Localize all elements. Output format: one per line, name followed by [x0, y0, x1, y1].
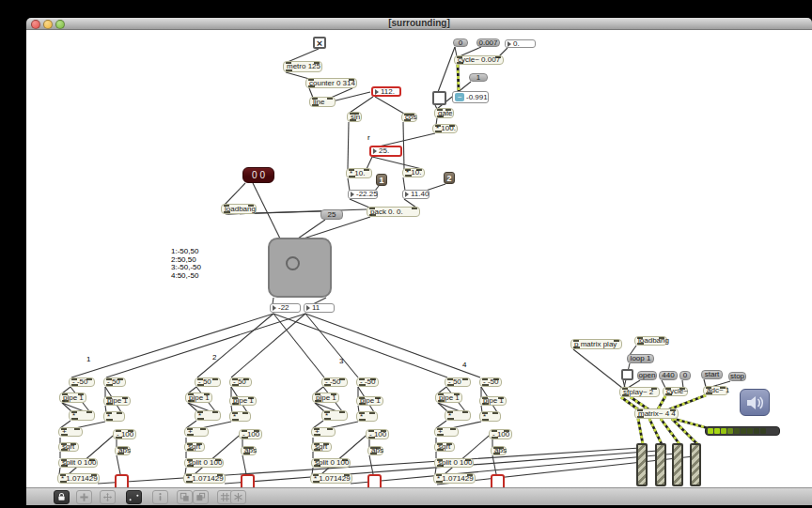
p-matrix-play[interactable]: p matrix play	[570, 339, 622, 349]
g3-split[interactable]: split 0 100	[311, 458, 351, 468]
g3-pipeL[interactable]: pipe 1	[312, 393, 339, 403]
g4-mulL[interactable]: *	[445, 410, 471, 421]
g4-mul2[interactable]: * 1.071429	[433, 473, 476, 484]
patcher-canvas[interactable]	[26, 30, 812, 487]
xy-pad-knob[interactable]	[286, 256, 300, 270]
metro[interactable]: metro 125	[283, 61, 322, 72]
g1-mul2[interactable]: * 1.071429	[57, 473, 100, 484]
msg-1[interactable]: 1	[469, 73, 488, 82]
g2-pipeL[interactable]: pipe 1	[185, 393, 212, 403]
msg-00[interactable]: 0 0	[242, 167, 274, 183]
options-button[interactable]	[230, 490, 246, 504]
g3-mulL[interactable]: *	[321, 410, 348, 421]
g2-minus100[interactable]: - 100	[239, 429, 262, 439]
msg-loop1[interactable]: loop 1	[627, 354, 654, 363]
g4-pipeL[interactable]: pipe 1	[435, 393, 462, 403]
gain-4[interactable]	[690, 443, 701, 486]
g3-subA[interactable]: - -50	[321, 377, 348, 387]
copy-button[interactable]	[177, 490, 193, 504]
msg-0b[interactable]: 0	[679, 371, 691, 380]
g1-abs[interactable]: abs	[115, 446, 131, 455]
g1-mulL[interactable]: *	[69, 410, 95, 421]
g3-pipeR[interactable]: pipe 1	[356, 396, 383, 406]
lock-button[interactable]	[54, 490, 70, 504]
gain-1[interactable]	[636, 443, 648, 486]
info-button[interactable]	[152, 490, 168, 504]
msg-start[interactable]: start	[701, 370, 723, 379]
msg-0[interactable]: 0	[453, 38, 468, 47]
g1-split[interactable]: split 0 100	[58, 458, 98, 468]
g1-sqrt[interactable]: sqrt	[58, 442, 79, 452]
g4-sqrt[interactable]: sqrt	[434, 442, 455, 452]
g2-mulR[interactable]: *	[229, 411, 251, 422]
duplicate-button[interactable]	[193, 490, 209, 504]
toggle-gate[interactable]	[432, 91, 446, 105]
toggle-right[interactable]	[621, 369, 633, 380]
g2-plus[interactable]: +	[184, 427, 209, 437]
loadbang-left[interactable]: loadbang	[221, 204, 257, 214]
counter[interactable]: counter 0 314	[305, 78, 357, 88]
cos[interactable]: cos	[401, 113, 417, 122]
g4-minus100[interactable]: - 100	[489, 429, 512, 439]
gain-3[interactable]	[672, 443, 683, 486]
g2-abs[interactable]: abs	[241, 446, 257, 455]
flonum-0[interactable]: 0.	[505, 39, 536, 48]
g2-pipeR[interactable]: pipe 1	[229, 396, 257, 406]
g4-mulR[interactable]: *	[479, 411, 501, 422]
xy-pad[interactable]	[268, 238, 332, 298]
num-1140[interactable]: 11.40	[402, 190, 429, 199]
g2-mul2[interactable]: * 1.071429	[183, 473, 226, 484]
toggle-main[interactable]: ×	[313, 37, 326, 49]
g3-minus100[interactable]: - 100	[366, 429, 389, 439]
btn-2[interactable]: 2	[444, 172, 455, 184]
cycle2[interactable]: cycle~	[663, 387, 688, 396]
g1-plus[interactable]: +	[58, 427, 83, 437]
window-title-bar[interactable]: [surrounding]	[26, 18, 812, 30]
msg-440[interactable]: 440	[659, 371, 678, 380]
gain-2[interactable]	[655, 443, 666, 486]
num-112[interactable]: 112.	[371, 86, 401, 97]
btn-1[interactable]: 1	[376, 174, 387, 186]
g2-mulL[interactable]: *	[195, 410, 221, 421]
cycle-0007[interactable]: cycle~ 0.007	[454, 55, 504, 65]
g4-plus[interactable]: +	[434, 427, 459, 437]
g2-subA[interactable]: - 50	[195, 377, 221, 387]
g4-pipeR[interactable]: pipe 1	[479, 396, 507, 406]
msg-open[interactable]: open	[637, 371, 657, 380]
g3-subB[interactable]: - -50	[356, 377, 379, 387]
ezdac[interactable]	[740, 389, 770, 416]
sin[interactable]: sin	[347, 112, 362, 122]
g3-mulR[interactable]: *	[356, 411, 378, 422]
g1-pipeR[interactable]: pipe 1	[103, 396, 131, 406]
g2-sqrt[interactable]: sqrt	[184, 442, 205, 452]
msg-stop[interactable]: stop	[728, 372, 746, 381]
pack[interactable]: pack 0. 0.	[367, 207, 420, 217]
matrix[interactable]: matrix~ 4 4	[634, 408, 679, 419]
mul10-a[interactable]: * 10.	[346, 168, 372, 178]
g2-subB[interactable]: - 50	[229, 377, 252, 387]
adc[interactable]: adc~ 1	[703, 386, 728, 395]
g3-plus[interactable]: +	[311, 427, 336, 437]
num-x[interactable]: -22	[270, 303, 301, 313]
mul10-b[interactable]: * 10.	[402, 168, 425, 177]
g1-pipeL[interactable]: pipe 1	[59, 393, 86, 403]
line[interactable]: line	[309, 97, 336, 107]
g2-split[interactable]: split 0 100	[184, 458, 224, 468]
g4-subB[interactable]: - -50	[479, 377, 502, 387]
num-sig[interactable]: ~-0.991	[452, 91, 489, 103]
sfplay[interactable]: sfplay~ 2	[619, 387, 660, 397]
patch-cords-button[interactable]	[126, 490, 142, 504]
g1-subA[interactable]: - -50	[69, 377, 95, 387]
move-button[interactable]	[100, 490, 116, 504]
msg-0007[interactable]: 0.007	[476, 38, 500, 47]
num-25[interactable]: 25.	[369, 146, 402, 157]
g4-abs[interactable]: abs	[491, 446, 507, 455]
g1-mulR[interactable]: *	[103, 411, 125, 422]
g3-sqrt[interactable]: sqrt	[311, 442, 332, 452]
g1-minus100[interactable]: - 100	[113, 429, 136, 439]
gate[interactable]: gate	[434, 108, 454, 118]
num-2225[interactable]: -22.25	[348, 190, 378, 199]
add-object-button[interactable]	[76, 490, 92, 504]
num-y[interactable]: 11	[304, 303, 335, 313]
g3-mul2[interactable]: * 1.071429	[310, 473, 352, 484]
